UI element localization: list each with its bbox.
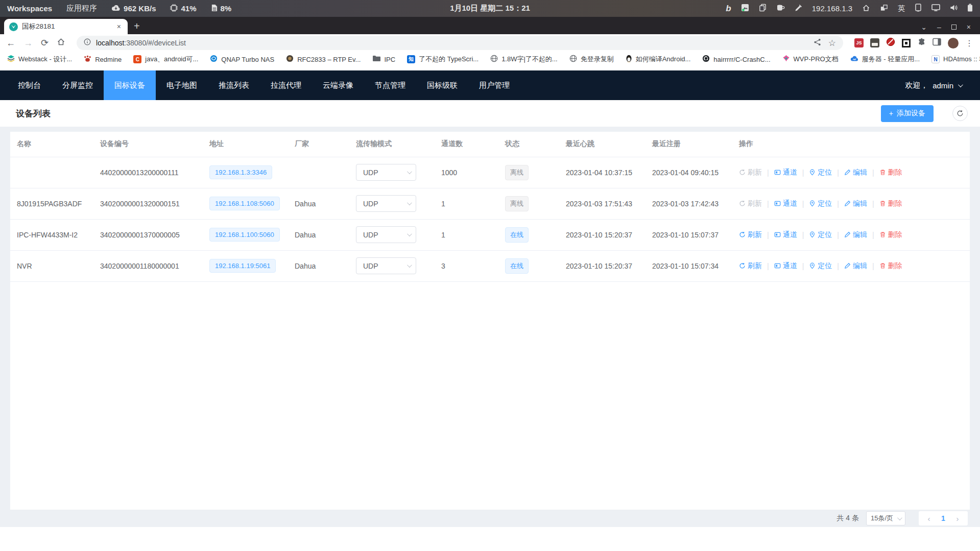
bookmark-star-icon[interactable]: ☆ [828,38,836,49]
screen-capture-extension-icon[interactable] [902,39,911,47]
workspaces-button[interactable]: Workspaces [7,4,52,13]
phone-rotate-tray-icon[interactable] [915,4,922,13]
battery-tray-icon[interactable] [967,4,973,13]
forward-button[interactable]: → [23,38,33,47]
browser-menu-icon[interactable]: ⋮ [965,38,974,48]
side-panel-icon[interactable] [933,38,941,48]
js-extension-icon[interactable]: JS [854,38,864,47]
network-speed-indicator[interactable]: 962 KB/s [111,4,156,13]
memory-usage-indicator[interactable]: 8% [211,4,232,13]
nav-item-split-monitor[interactable]: 分屏监控 [52,70,104,100]
action-refresh[interactable]: 刷新 [739,199,762,208]
action-edit[interactable]: 编辑 [844,168,867,177]
bookmark-wvp-docs[interactable]: WVP-PRO文档 [782,55,839,64]
action-delete[interactable]: 删除 [879,230,902,239]
action-channel[interactable]: 通道 [774,199,797,208]
proxy-extension-icon[interactable] [870,38,879,47]
page-size-select[interactable]: 15条/页 [866,511,905,525]
action-delete[interactable]: 删除 [879,261,902,271]
bookmark-redmine[interactable]: Redmine [84,55,122,64]
window-close-button[interactable]: × [967,23,971,31]
current-page-button[interactable]: 1 [936,514,950,522]
action-refresh[interactable]: 刷新 [739,168,762,177]
bookmark-github[interactable]: hairrrrr/C-CrashC... [702,55,770,64]
nav-item-node-manage[interactable]: 节点管理 [364,70,416,100]
windows-tray-icon[interactable] [880,4,888,13]
action-channel[interactable]: 通道 [774,230,797,239]
bookmark-cloud-server[interactable]: 服务器 - 轻量应用... [850,55,920,64]
clock[interactable]: 1月10日 星期二 15：21 [450,4,530,13]
tab-search-icon[interactable]: ⌄ [921,23,927,31]
reload-button[interactable]: ⟳ [41,38,49,47]
bookmark-zhihu-typescript[interactable]: 知 了不起的 TypeScri... [407,55,479,64]
user-menu[interactable]: 欢迎，admin [905,81,980,90]
address-bar[interactable]: localhost:38080/#/deviceList ☆ [77,36,843,50]
stream-mode-select[interactable]: UDP [356,164,416,181]
next-page-button[interactable]: › [950,514,965,523]
bookmark-csdn[interactable]: C java、android可... [133,55,198,64]
display-tray-icon[interactable] [931,4,940,13]
bookmark-copy-tool[interactable]: 免登录复制 [569,55,614,64]
bookmark-qnap[interactable]: QNAP Turbo NAS [210,55,274,64]
address-tag[interactable]: 192.168.1.3:3346 [209,165,272,179]
action-locate[interactable]: 定位 [809,199,832,208]
bookmark-hdatmos[interactable]: N HDAtmos :: 种子 *... [931,55,980,64]
home-button[interactable] [57,38,65,48]
stream-mode-select[interactable]: UDP [356,226,416,243]
window-maximize-button[interactable] [951,25,957,30]
clipboard-tray-icon[interactable] [759,4,767,13]
prev-page-button[interactable]: ‹ [922,514,936,523]
applications-menu[interactable]: 应用程序 [66,4,97,13]
action-edit[interactable]: 编辑 [844,199,867,208]
add-device-button[interactable]: + 添加设备 [881,105,934,122]
bookmark-folder-ipc[interactable]: IPC [372,55,395,63]
nav-item-pull-proxy[interactable]: 拉流代理 [260,70,312,100]
nav-item-gb-cascade[interactable]: 国标级联 [416,70,468,100]
adblock-extension-icon[interactable] [886,37,895,49]
nav-item-push-list[interactable]: 推流列表 [208,70,260,100]
bing-tray-icon[interactable]: b [726,4,731,14]
cpu-usage-indicator[interactable]: 41% [170,4,196,13]
screenshot-tray-icon[interactable] [741,4,749,13]
nav-item-cloud-record[interactable]: 云端录像 [312,70,364,100]
stream-mode-select[interactable]: UDP [356,257,416,274]
bookmark-article[interactable]: 1.8W字|了不起的... [490,55,558,64]
url-text[interactable]: localhost:38080/#/deviceList [96,39,808,47]
tab-close-icon[interactable]: × [115,22,123,31]
stream-mode-select[interactable]: UDP [356,195,416,212]
bookmark-rfc2833[interactable]: RFC2833 – RTP Ev... [286,55,361,64]
action-channel[interactable]: 通道 [774,261,797,271]
action-channel[interactable]: 通道 [774,168,797,177]
bookmark-android-build[interactable]: 如何编译Android... [626,55,691,64]
color-picker-tray-icon[interactable] [795,4,802,13]
nav-item-user-manage[interactable]: 用户管理 [468,70,520,100]
browser-profile-avatar[interactable] [948,38,959,49]
action-locate[interactable]: 定位 [809,230,832,239]
action-delete[interactable]: 删除 [879,199,902,208]
home-tray-icon[interactable] [862,4,870,13]
nav-item-gb-devices[interactable]: 国标设备 [104,70,156,100]
action-refresh[interactable]: 刷新 [739,261,762,271]
nav-item-emap[interactable]: 电子地图 [156,70,208,100]
refresh-list-button[interactable] [952,106,968,121]
window-minimize-button[interactable]: – [937,23,941,31]
action-locate[interactable]: 定位 [809,168,832,177]
nav-item-console[interactable]: 控制台 [7,70,52,100]
coffee-tray-icon[interactable] [776,4,785,13]
ip-address-indicator[interactable]: 192.168.1.3 [812,4,852,13]
action-edit[interactable]: 编辑 [844,230,867,239]
volume-tray-icon[interactable] [950,4,958,13]
address-tag[interactable]: 192.168.1.100:5060 [209,228,280,242]
extensions-puzzle-icon[interactable] [917,38,926,49]
address-tag[interactable]: 192.168.1.108:5060 [209,197,280,210]
action-edit[interactable]: 编辑 [844,261,867,271]
bookmark-webstack[interactable]: Webstack - 设计... [7,55,72,64]
action-delete[interactable]: 删除 [879,168,902,177]
action-refresh[interactable]: 刷新 [739,230,762,239]
new-tab-button[interactable]: + [128,20,146,34]
back-button[interactable]: ← [6,38,15,47]
site-info-icon[interactable] [84,38,91,47]
input-method-indicator[interactable]: 英 [898,4,905,13]
share-icon[interactable] [814,38,821,48]
address-tag[interactable]: 192.168.1.19:5061 [209,259,276,273]
